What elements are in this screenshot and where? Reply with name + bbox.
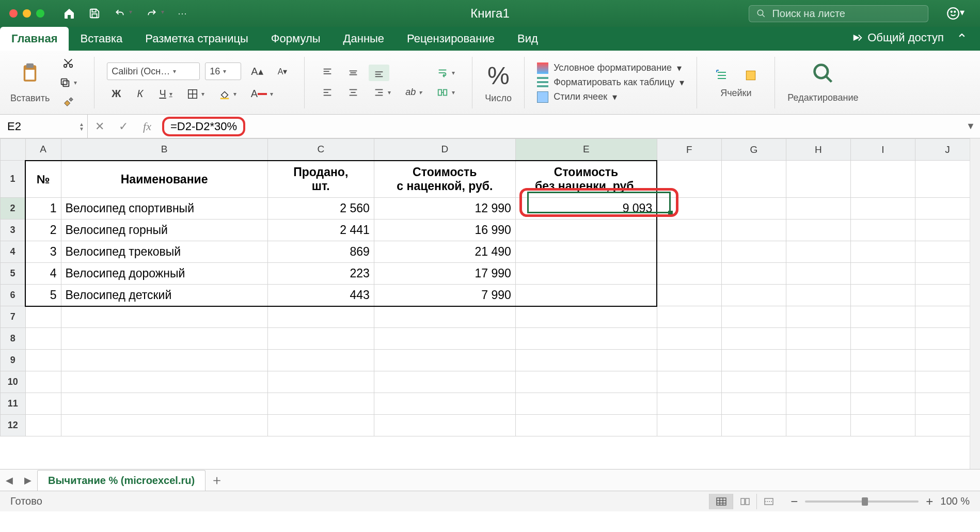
cell-G2[interactable] bbox=[721, 198, 786, 220]
col-header-C[interactable]: C bbox=[267, 139, 374, 161]
tab-home[interactable]: Главная bbox=[0, 27, 69, 51]
cell-G4[interactable] bbox=[721, 241, 786, 263]
tab-insert[interactable]: Вставка bbox=[69, 27, 134, 51]
cell-D4[interactable]: 21 490 bbox=[374, 241, 515, 263]
align-center-button[interactable] bbox=[343, 84, 363, 101]
find-icon[interactable] bbox=[812, 62, 834, 89]
copy-button[interactable] bbox=[55, 74, 82, 91]
name-box-spinner[interactable]: ▲▼ bbox=[79, 122, 84, 131]
cell-A6[interactable]: 5 bbox=[25, 285, 61, 306]
name-box[interactable]: E2 ▲▼ bbox=[0, 115, 88, 138]
merge-button[interactable] bbox=[432, 84, 460, 101]
cut-button[interactable] bbox=[55, 55, 82, 71]
cell-H4[interactable] bbox=[786, 241, 850, 263]
cell-H2[interactable] bbox=[786, 198, 850, 220]
col-header-H[interactable]: H bbox=[786, 139, 850, 161]
cell-I4[interactable] bbox=[850, 241, 915, 263]
col-header-E[interactable]: E bbox=[515, 139, 657, 161]
cell-E3[interactable] bbox=[515, 220, 657, 241]
conditional-formatting-button[interactable]: Условное форматирование ▾ bbox=[537, 62, 684, 74]
cell-D2[interactable]: 12 990 bbox=[374, 198, 515, 220]
cell-B5[interactable]: Велосипед дорожный bbox=[61, 263, 267, 285]
row-header-12[interactable]: 12 bbox=[1, 415, 26, 436]
font-color-button[interactable]: A bbox=[246, 85, 278, 102]
percent-icon[interactable]: % bbox=[487, 61, 510, 90]
cell-A1[interactable]: № bbox=[25, 161, 61, 198]
insert-function-button[interactable]: fx bbox=[135, 120, 159, 133]
zoom-out-button[interactable]: − bbox=[791, 494, 798, 509]
cell-B6[interactable]: Велосипед детский bbox=[61, 285, 267, 306]
view-page-layout-button[interactable] bbox=[733, 494, 756, 509]
align-left-button[interactable] bbox=[317, 84, 338, 101]
cell-H6[interactable] bbox=[786, 285, 850, 306]
cell-styles-button[interactable]: Стили ячеек ▾ bbox=[537, 91, 684, 103]
cell-F5[interactable] bbox=[657, 263, 721, 285]
tab-view[interactable]: Вид bbox=[506, 27, 549, 51]
cell-C4[interactable]: 869 bbox=[267, 241, 374, 263]
col-header-B[interactable]: B bbox=[61, 139, 267, 161]
cell-E1[interactable]: Стоимость без наценки, руб. bbox=[515, 161, 657, 198]
cell-G6[interactable] bbox=[721, 285, 786, 306]
view-normal-button[interactable] bbox=[709, 494, 733, 509]
cell-B4[interactable]: Велосипед трековый bbox=[61, 241, 267, 263]
formula-input[interactable]: =D2-D2*30% bbox=[159, 117, 961, 136]
qat-customize-icon[interactable]: ⋯ bbox=[178, 8, 187, 19]
align-middle-button[interactable] bbox=[343, 65, 363, 81]
select-all-corner[interactable] bbox=[1, 139, 26, 161]
worksheet[interactable]: A B C D E F G H I J 1 № Наименование Про… bbox=[0, 138, 980, 469]
col-header-G[interactable]: G bbox=[721, 139, 786, 161]
bold-button[interactable]: Ж bbox=[107, 85, 125, 102]
cell-I5[interactable] bbox=[850, 263, 915, 285]
font-size-select[interactable]: 16 bbox=[205, 62, 241, 80]
cell-B1[interactable]: Наименование bbox=[61, 161, 267, 198]
cell-I1[interactable] bbox=[850, 161, 915, 198]
cells-format-icon[interactable] bbox=[739, 66, 762, 85]
cell-E4[interactable] bbox=[515, 241, 657, 263]
fill-handle[interactable] bbox=[668, 211, 673, 215]
col-header-A[interactable]: A bbox=[25, 139, 61, 161]
cell-A3[interactable]: 2 bbox=[25, 220, 61, 241]
cell-F4[interactable] bbox=[657, 241, 721, 263]
row-header-3[interactable]: 3 bbox=[1, 220, 26, 241]
cell-D3[interactable]: 16 990 bbox=[374, 220, 515, 241]
row-header-4[interactable]: 4 bbox=[1, 241, 26, 263]
sheet-search[interactable]: Поиск на листе bbox=[749, 5, 928, 22]
minimize-window-button[interactable] bbox=[23, 9, 31, 18]
borders-button[interactable] bbox=[182, 86, 209, 102]
row-header-1[interactable]: 1 bbox=[1, 161, 26, 198]
tab-formulas[interactable]: Формулы bbox=[260, 27, 332, 51]
col-header-D[interactable]: D bbox=[374, 139, 515, 161]
zoom-in-button[interactable]: + bbox=[926, 494, 933, 509]
cell-C3[interactable]: 2 441 bbox=[267, 220, 374, 241]
save-icon[interactable] bbox=[89, 8, 100, 19]
cell-C5[interactable]: 223 bbox=[267, 263, 374, 285]
cell-A4[interactable]: 3 bbox=[25, 241, 61, 263]
cell-E5[interactable] bbox=[515, 263, 657, 285]
cell-C1[interactable]: Продано, шт. bbox=[267, 161, 374, 198]
view-page-break-button[interactable] bbox=[756, 494, 780, 509]
cell-I2[interactable] bbox=[850, 198, 915, 220]
row-header-5[interactable]: 5 bbox=[1, 263, 26, 285]
close-window-button[interactable] bbox=[9, 9, 18, 18]
wrap-text-button[interactable] bbox=[432, 65, 460, 81]
cancel-formula-button[interactable]: ✕ bbox=[88, 120, 112, 133]
row-header-7[interactable]: 7 bbox=[1, 306, 26, 328]
sheet-tab-active[interactable]: Вычитание % (microexcel.ru) bbox=[37, 470, 206, 491]
maximize-window-button[interactable] bbox=[36, 9, 44, 18]
cell-G1[interactable] bbox=[721, 161, 786, 198]
feedback-smile-icon[interactable]: ▾ bbox=[946, 7, 965, 20]
cell-F3[interactable] bbox=[657, 220, 721, 241]
fill-color-button[interactable] bbox=[214, 86, 241, 102]
cell-H3[interactable] bbox=[786, 220, 850, 241]
cell-H1[interactable] bbox=[786, 161, 850, 198]
format-painter-button[interactable] bbox=[55, 94, 82, 111]
cell-A5[interactable]: 4 bbox=[25, 263, 61, 285]
add-sheet-button[interactable]: ＋ bbox=[206, 471, 228, 489]
row-header-6[interactable]: 6 bbox=[1, 285, 26, 306]
cell-D6[interactable]: 7 990 bbox=[374, 285, 515, 306]
font-name-select[interactable]: Calibri (Осн… bbox=[107, 62, 200, 80]
row-header-2[interactable]: 2 bbox=[1, 198, 26, 220]
cell-F6[interactable] bbox=[657, 285, 721, 306]
sheet-nav-next[interactable]: ▶ bbox=[19, 475, 37, 486]
cell-A2[interactable]: 1 bbox=[25, 198, 61, 220]
